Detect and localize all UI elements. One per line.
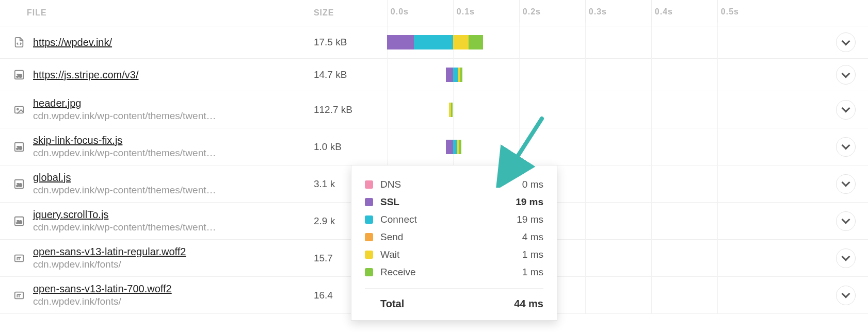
file-link[interactable]: skip-link-focus-fix.js [33, 135, 216, 146]
header-expand [816, 0, 868, 26]
table-row[interactable]: JSskip-link-focus-fix.jscdn.wpdev.ink/wp… [0, 128, 868, 165]
chevron-down-icon [842, 178, 850, 187]
svg-text:JS: JS [17, 182, 22, 187]
tooltip-label: SSL [380, 196, 399, 208]
tooltip-item-connect: Connect19 ms [365, 211, 543, 228]
file-subpath: cdn.wpdev.ink/wp-content/themes/twent… [33, 110, 216, 122]
svg-point-3 [17, 108, 19, 110]
tooltip-total-value: 44 ms [514, 298, 543, 310]
html-file-icon [13, 37, 25, 48]
swatch-send [365, 233, 373, 241]
tooltip-value: 4 ms [522, 231, 543, 243]
swatch-dns [365, 180, 373, 189]
file-subpath: cdn.wpdev.ink/fonts/ [33, 296, 172, 307]
file-link[interactable]: open-sans-v13-latin-regular.woff2 [33, 246, 186, 258]
tick-label: 0.4s [655, 7, 673, 16]
timing-bar[interactable] [387, 138, 816, 156]
tooltip-item-receive: Receive1 ms [365, 263, 543, 281]
js-file-icon: JS [13, 178, 25, 190]
tooltip-total-label: Total [380, 298, 404, 310]
seg-connect [453, 140, 457, 154]
seg-receive [469, 35, 483, 49]
seg-receive [451, 103, 453, 117]
tooltip-item-ssl: SSL19 ms [365, 193, 543, 211]
expand-button[interactable] [836, 32, 856, 52]
seg-ssl [387, 35, 414, 49]
tooltip-label: DNS [380, 179, 401, 190]
chevron-down-icon [842, 104, 850, 113]
seg-connect [414, 35, 453, 49]
tooltip-value: 1 ms [522, 249, 543, 260]
tick-label: 0.3s [589, 7, 607, 16]
tooltip-label: Send [380, 231, 403, 243]
expand-button[interactable] [836, 248, 856, 268]
chevron-down-icon [842, 290, 850, 298]
svg-text:JS: JS [17, 219, 22, 224]
file-size: 1.0 kB [314, 128, 387, 165]
timing-bar[interactable] [387, 101, 816, 119]
table-row[interactable]: header.jpgcdn.wpdev.ink/wp-content/theme… [0, 91, 868, 128]
expand-button[interactable] [836, 100, 856, 120]
file-subpath: cdn.wpdev.ink/wp-content/themes/twent… [33, 222, 216, 233]
chevron-down-icon [842, 37, 850, 45]
swatch-wait [365, 251, 373, 259]
svg-text:JS: JS [17, 73, 22, 78]
tooltip-label: Receive [380, 267, 416, 278]
seg-receive [460, 68, 462, 82]
font-file-icon [13, 290, 25, 301]
expand-button[interactable] [836, 286, 856, 305]
tick-label: 0.5s [721, 7, 739, 16]
tooltip-label: Connect [380, 214, 417, 225]
file-size: 112.7 kB [314, 91, 387, 128]
swatch-receive [365, 268, 373, 276]
chevron-down-icon [842, 215, 850, 224]
table-row[interactable]: JShttps://js.stripe.com/v3/14.7 kB [0, 59, 868, 91]
tooltip-value: 1 ms [522, 267, 543, 278]
js-file-icon: JS [13, 69, 25, 80]
js-file-icon: JS [13, 141, 25, 153]
js-file-icon: JS [13, 215, 25, 227]
chevron-down-icon [842, 69, 850, 78]
seg-ssl [446, 68, 453, 82]
font-file-icon [13, 253, 25, 264]
svg-text:JS: JS [17, 145, 22, 150]
timing-bar[interactable] [387, 34, 816, 51]
tick-label: 0.2s [523, 7, 541, 16]
file-link[interactable]: jquery.scrollTo.js [33, 209, 216, 221]
expand-button[interactable] [836, 65, 856, 85]
tooltip-value: 19 ms [517, 214, 543, 225]
chevron-down-icon [842, 253, 850, 261]
header-file[interactable]: FILE [0, 0, 314, 26]
file-subpath: cdn.wpdev.ink/fonts/ [33, 259, 186, 270]
swatch-ssl [365, 198, 373, 206]
expand-button[interactable] [836, 137, 856, 157]
file-size: 14.7 kB [314, 59, 387, 91]
file-link[interactable]: global.js [33, 172, 216, 184]
expand-button[interactable] [836, 211, 856, 231]
table-row[interactable]: https://wpdev.ink/17.5 kB [0, 26, 868, 59]
table-header-row: FILE SIZE 0.0s0.1s0.2s0.3s0.4s0.5s [0, 0, 868, 26]
seg-wait [453, 35, 469, 49]
timing-bar[interactable] [387, 66, 816, 84]
tooltip-value: 19 ms [516, 196, 543, 208]
file-size: 17.5 kB [314, 26, 387, 59]
tooltip-label: Wait [380, 249, 399, 260]
chevron-down-icon [842, 141, 850, 150]
file-link[interactable]: https://js.stripe.com/v3/ [33, 69, 139, 81]
tick-label: 0.0s [391, 7, 409, 16]
tooltip-item-send: Send4 ms [365, 228, 543, 246]
swatch-connect [365, 215, 373, 224]
seg-connect [453, 68, 458, 82]
seg-receive [459, 140, 461, 154]
expand-button[interactable] [836, 174, 856, 194]
header-timeline: 0.0s0.1s0.2s0.3s0.4s0.5s [387, 0, 816, 26]
header-size[interactable]: SIZE [314, 0, 387, 26]
file-link[interactable]: header.jpg [33, 97, 216, 109]
seg-ssl [446, 140, 453, 154]
tick-label: 0.1s [457, 7, 475, 16]
file-link[interactable]: https://wpdev.ink/ [33, 37, 112, 48]
tooltip-item-wait: Wait1 ms [365, 246, 543, 263]
file-link[interactable]: open-sans-v13-latin-700.woff2 [33, 283, 172, 295]
file-subpath: cdn.wpdev.ink/wp-content/themes/twent… [33, 185, 216, 196]
img-file-icon [13, 104, 25, 115]
